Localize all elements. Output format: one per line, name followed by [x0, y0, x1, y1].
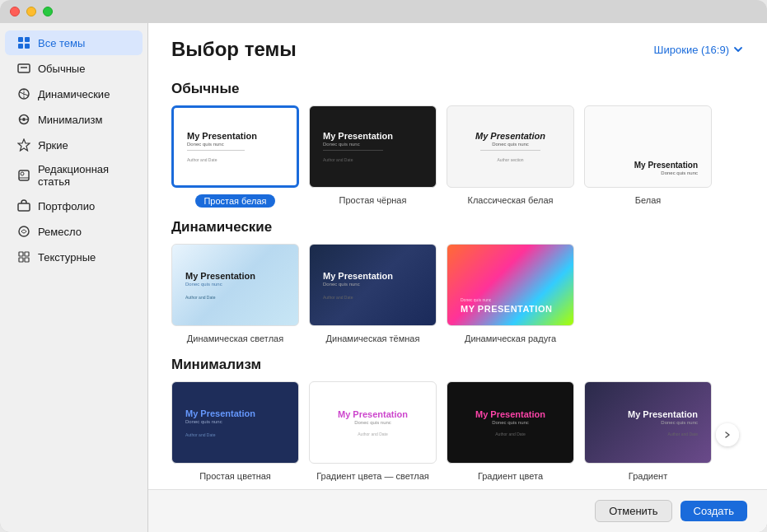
- theme-white[interactable]: My Presentation Donec quis nunc Белая: [584, 105, 712, 208]
- sidebar-label-craft: Ремесло: [38, 226, 82, 238]
- minimal-icon: [16, 112, 31, 127]
- theme-label-container-simple-white: Простая белая: [195, 192, 274, 208]
- grid-icon: [16, 35, 31, 50]
- theme-label-white: Белая: [635, 195, 661, 205]
- theme-label-container-white: Белая: [635, 192, 661, 207]
- thumb-author-gc: Author and Date: [495, 432, 525, 436]
- theme-dynamic-dark[interactable]: My Presentation Donec quis nunc Author a…: [309, 244, 437, 345]
- sidebar-item-bright[interactable]: Яркие: [5, 133, 143, 157]
- theme-label-container-simple-black: Простая чёрная: [339, 192, 407, 207]
- theme-thumb-simple-color: My Presentation Donec quis nunc Author a…: [171, 381, 299, 464]
- section-minimalism: Минимализм My Presentation Donec quis nu…: [171, 357, 744, 488]
- sidebar-label-editorial: Редакционная статья: [38, 163, 131, 188]
- bright-icon: [16, 138, 31, 152]
- svg-rect-22: [25, 258, 29, 262]
- theme-classic-white[interactable]: My Presentation Donec quis nunc Author s…: [447, 105, 574, 208]
- thumb-title-gl: My Presentation: [338, 409, 408, 419]
- theme-label-container-gl: Градиент цвета — светлая: [316, 468, 429, 483]
- theme-gradient-color[interactable]: My Presentation Donec quis nunc Author a…: [447, 381, 574, 483]
- svg-rect-4: [18, 64, 30, 72]
- section-title-minimalism: Минимализм: [171, 357, 744, 373]
- sidebar-item-texture[interactable]: Текстурные: [5, 245, 143, 269]
- thumb-subtitle-g: Donec quis nunc: [661, 420, 698, 425]
- thumb-subtitle-dd: Donec quis nunc: [323, 282, 423, 287]
- thumb-subtitle-dl: Donec quis nunc: [185, 282, 285, 287]
- header: Выбор темы Широкие (16:9): [148, 23, 767, 69]
- theme-label-container-rainbow: Динамическая радуга: [465, 330, 556, 345]
- minimize-button[interactable]: [26, 7, 36, 16]
- theme-simple-black[interactable]: My Presentation Donec quis nunc Author a…: [309, 105, 437, 208]
- page-title: Выбор темы: [171, 38, 297, 61]
- theme-thumb-gradient-color: My Presentation Donec quis nunc Author a…: [447, 381, 574, 464]
- theme-dynamic-rainbow[interactable]: Donec quis nunc My Presentation Динамиче…: [447, 244, 574, 345]
- theme-label-container-sc: Простая цветная: [199, 468, 271, 483]
- theme-label-gc: Градиент цвета: [478, 471, 543, 481]
- thumb-author-dd: Author and Date: [323, 295, 423, 300]
- theme-label-sc: Простая цветная: [199, 471, 271, 481]
- svg-rect-1: [25, 37, 30, 42]
- footer: Отменить Создать: [148, 489, 767, 532]
- themes-scroll-area[interactable]: Обычные My Presentation Donec quis nunc …: [148, 69, 767, 489]
- thumb-subtitle: Donec quis nunc: [187, 142, 283, 147]
- thumb-title-g: My Presentation: [628, 409, 698, 419]
- editorial-icon: [16, 168, 31, 183]
- theme-simple-color[interactable]: My Presentation Donec quis nunc Author a…: [171, 381, 299, 483]
- svg-rect-2: [18, 44, 23, 49]
- theme-label-container-gc: Градиент цвета: [478, 468, 543, 483]
- theme-thumb-gradient-light: My Presentation Donec quis nunc Author a…: [309, 381, 437, 464]
- minimalism-themes-grid: My Presentation Donec quis nunc Author a…: [171, 381, 712, 483]
- theme-thumb-dynamic-light: My Presentation Donec quis nunc Author a…: [171, 244, 299, 326]
- theme-label-rainbow: Динамическая радуга: [465, 334, 556, 343]
- aspect-ratio-label: Широкие (16:9): [654, 44, 729, 56]
- theme-gradient[interactable]: My Presentation Donec quis nunc Author a…: [584, 381, 712, 483]
- main-area: Выбор темы Широкие (16:9) Обычные: [148, 23, 767, 532]
- theme-label-dl: Динамическая светлая: [187, 334, 283, 343]
- svg-rect-19: [19, 252, 23, 256]
- thumb-title-sc: My Presentation: [185, 408, 285, 418]
- theme-label-container-dl: Динамическая светлая: [187, 330, 283, 345]
- svg-point-10: [22, 118, 26, 121]
- theme-label-container-g: Градиент: [629, 468, 667, 483]
- sidebar-item-all[interactable]: Все темы: [5, 30, 143, 55]
- sidebar-item-simple[interactable]: Обычные: [5, 56, 143, 81]
- theme-thumb-simple-black: My Presentation Donec quis nunc Author a…: [309, 105, 437, 188]
- theme-label-simple-black: Простая чёрная: [339, 195, 407, 205]
- sidebar-item-minimal[interactable]: Минимализм: [5, 107, 143, 132]
- cancel-button[interactable]: Отменить: [595, 500, 671, 522]
- simple-themes-grid: My Presentation Donec quis nunc Author a…: [171, 105, 744, 208]
- dynamic-themes-grid: My Presentation Donec quis nunc Author a…: [171, 244, 744, 345]
- sidebar-item-portfolio[interactable]: Портфолио: [5, 194, 143, 218]
- theme-gradient-light[interactable]: My Presentation Donec quis nunc Author a…: [309, 381, 437, 483]
- theme-label-dd: Динамическая тёмная: [326, 334, 420, 343]
- dynamic-icon: [16, 86, 31, 101]
- svg-point-15: [21, 172, 24, 175]
- sidebar-item-craft[interactable]: Ремесло: [5, 219, 143, 244]
- svg-rect-21: [19, 258, 23, 262]
- svg-rect-20: [25, 252, 29, 256]
- aspect-ratio-selector[interactable]: Широкие (16:9): [654, 44, 744, 56]
- next-arrow-button[interactable]: [716, 423, 739, 446]
- theme-label-container-classic: Классическая белая: [467, 192, 553, 207]
- thumb-title-classic: My Presentation: [475, 131, 545, 141]
- thumb-subtitle-gc: Donec quis nunc: [492, 420, 529, 425]
- theme-simple-white[interactable]: My Presentation Donec quis nunc Author a…: [171, 105, 299, 208]
- maximize-button[interactable]: [43, 7, 53, 16]
- chevron-right-icon: [723, 431, 732, 439]
- thumb-sub-rainbow: Donec quis nunc: [461, 297, 560, 302]
- sidebar-item-editorial[interactable]: Редакционная статья: [5, 158, 143, 193]
- thumb-author-dl: Author and Date: [185, 295, 285, 300]
- theme-dynamic-light[interactable]: My Presentation Donec quis nunc Author a…: [171, 244, 299, 345]
- close-button[interactable]: [10, 7, 20, 16]
- theme-label-g: Градиент: [629, 471, 667, 481]
- theme-thumb-white: My Presentation Donec quis nunc: [584, 105, 712, 188]
- theme-label-gl: Градиент цвета — светлая: [316, 471, 429, 481]
- create-button[interactable]: Создать: [680, 501, 747, 521]
- portfolio-icon: [16, 198, 31, 213]
- sidebar-item-dynamic[interactable]: Динамические: [5, 82, 143, 106]
- sidebar-label-minimal: Минимализм: [38, 114, 102, 126]
- svg-rect-17: [18, 203, 30, 211]
- thumb-subtitle-gl: Donec quis nunc: [354, 420, 391, 425]
- section-dynamic: Динамические My Presentation Donec quis …: [171, 219, 744, 345]
- thumb-title-gc: My Presentation: [475, 409, 545, 419]
- thumb-subtitle-white2: Donec quis nunc: [661, 170, 698, 175]
